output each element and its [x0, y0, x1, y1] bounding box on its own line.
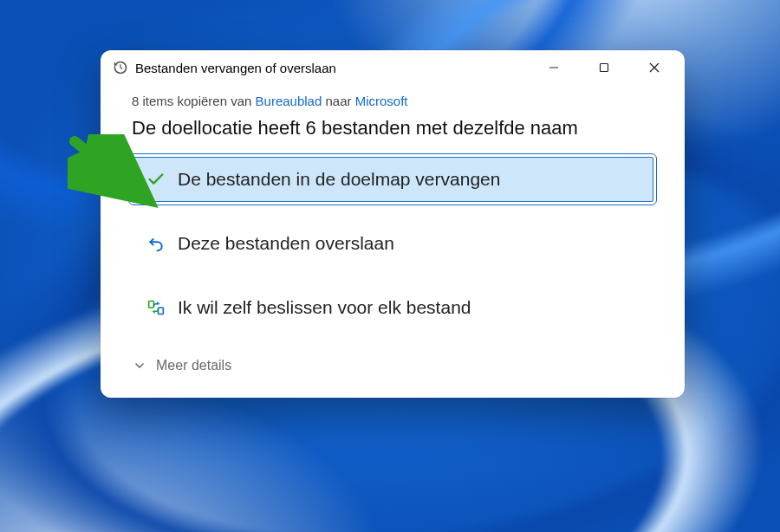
- maximize-button[interactable]: [579, 50, 629, 85]
- option-replace-label: De bestanden in de doelmap vervangen: [178, 169, 500, 190]
- status-prefix: 8 items kopiëren van: [132, 94, 256, 108]
- conflict-heading: De doellocatie heeft 6 bestanden met dez…: [132, 117, 653, 139]
- minimize-button[interactable]: [529, 50, 579, 85]
- destination-link[interactable]: Microsoft: [355, 94, 408, 108]
- file-conflict-dialog: Bestanden vervangen of overslaan 8 items…: [101, 50, 685, 398]
- history-icon: [113, 60, 128, 75]
- source-link[interactable]: Bureaublad: [256, 94, 322, 108]
- svg-rect-1: [601, 64, 608, 72]
- titlebar: Bestanden vervangen of overslaan: [101, 50, 685, 85]
- option-decide-label: Ik wil zelf beslissen voor elk bestand: [178, 297, 471, 318]
- window-title: Bestanden vervangen of overslaan: [135, 61, 336, 75]
- chevron-down-icon: [133, 360, 146, 372]
- option-skip-label: Deze bestanden overslaan: [178, 233, 394, 254]
- status-middle: naar: [322, 94, 354, 108]
- close-button[interactable]: [629, 50, 679, 85]
- window-controls: [529, 50, 679, 85]
- desktop-wallpaper: Bestanden vervangen of overslaan 8 items…: [0, 0, 780, 532]
- compare-icon: [146, 298, 166, 317]
- undo-icon: [146, 234, 166, 253]
- copy-status-line: 8 items kopiëren van Bureaublad naar Mic…: [132, 94, 653, 108]
- svg-rect-2: [149, 302, 154, 308]
- svg-rect-3: [159, 308, 164, 315]
- option-skip[interactable]: Deze bestanden overslaan: [132, 221, 653, 266]
- more-details-toggle[interactable]: Meer details: [132, 349, 653, 387]
- option-decide[interactable]: Ik wil zelf beslissen voor elk bestand: [132, 285, 653, 330]
- option-replace[interactable]: De bestanden in de doelmap vervangen: [132, 157, 653, 202]
- more-details-label: Meer details: [156, 358, 231, 373]
- check-icon: [146, 170, 166, 189]
